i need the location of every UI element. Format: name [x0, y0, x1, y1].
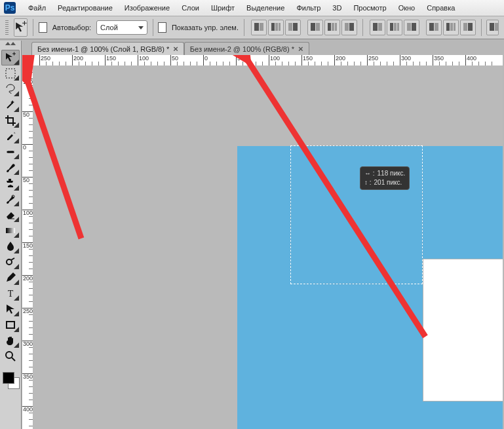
path-select-tool[interactable] [1, 301, 20, 317]
svg-point-8 [6, 352, 12, 358]
document-tab-2[interactable]: Без имени-2 @ 100% (RGB/8) * × [184, 42, 309, 56]
menu-layers[interactable]: Слои [176, 1, 205, 14]
menu-file[interactable]: Файл [22, 1, 52, 14]
distribute-h-icon[interactable] [443, 20, 459, 35]
align-group-2 [307, 20, 357, 35]
hand-tool[interactable] [1, 333, 20, 348]
autoselect-label: Автовыбор: [52, 24, 91, 31]
show-controls-checkbox[interactable] [158, 22, 166, 33]
svg-rect-1 [7, 151, 14, 153]
menu-type[interactable]: Шрифт [205, 1, 241, 14]
separator [153, 19, 153, 36]
align-right-icon[interactable] [341, 20, 357, 35]
ruler-vertical[interactable]: 15010050050100150200250300350400450500 [22, 65, 33, 429]
separator [362, 19, 363, 36]
distribute-bottom-icon[interactable] [404, 20, 419, 35]
foreground-color-swatch[interactable] [3, 372, 14, 384]
menu-select[interactable]: Выделение [241, 1, 290, 14]
distribute-group-2 [426, 20, 476, 35]
grip-icon[interactable] [5, 20, 9, 35]
document-tabs: Без имени-1 @ 100% (Слой 1, RGB/8) * × Б… [22, 41, 503, 56]
menu-image[interactable]: Изображение [119, 1, 176, 14]
move-tool[interactable] [1, 50, 20, 65]
menu-filter[interactable]: Фильтр [290, 1, 326, 14]
document-tab-1[interactable]: Без имени-1 @ 100% (Слой 1, RGB/8) * × [31, 42, 184, 56]
magic-wand-tool[interactable] [1, 97, 20, 113]
document-area: Без имени-1 @ 100% (Слой 1, RGB/8) * × Б… [22, 41, 503, 429]
layer-white-rect[interactable] [423, 259, 503, 401]
distribute-v-icon[interactable] [387, 20, 402, 35]
ruler-horizontal[interactable]: 25020015010050050100150200250300350400 [33, 55, 503, 66]
crop-tool[interactable] [1, 113, 20, 128]
dodge-tool[interactable] [1, 254, 20, 270]
close-icon[interactable]: × [298, 46, 303, 52]
type-tool[interactable]: T [1, 286, 20, 301]
align-vmiddle-icon[interactable] [268, 20, 284, 35]
align-group [251, 20, 301, 35]
current-tool-icon[interactable] [14, 18, 28, 37]
spot-heal-tool[interactable] [1, 144, 20, 160]
menu-window[interactable]: Окно [393, 1, 421, 14]
smart-guide-tooltip: ↔ :118 пикс. ↕ :201 пикс. [360, 166, 410, 190]
svg-text:T: T [8, 289, 14, 299]
align-hcenter-icon[interactable] [324, 20, 340, 35]
lasso-tool[interactable] [1, 81, 20, 97]
blur-tool[interactable] [1, 238, 20, 254]
menu-help[interactable]: Справка [421, 1, 461, 14]
toolbox-collapse-icon[interactable] [5, 42, 16, 48]
distribute-top-icon[interactable] [370, 20, 385, 35]
canvas-viewport[interactable]: ↔ :118 пикс. ↕ :201 пикс. [33, 65, 503, 429]
autoselect-dropdown[interactable]: Слой [96, 20, 147, 35]
menu-3d[interactable]: 3D [326, 1, 347, 14]
ruler-origin-icon[interactable] [22, 55, 33, 66]
tab-label: Без имени-2 @ 100% (RGB/8) * [190, 45, 294, 53]
color-swatches[interactable] [1, 371, 20, 389]
menu-edit[interactable]: Редактирование [52, 1, 119, 14]
autoselect-checkbox[interactable] [39, 22, 47, 33]
auto-align-icon[interactable] [486, 20, 499, 35]
app-logo-icon: Ps [4, 2, 16, 14]
menu-view[interactable]: Просмотр [347, 1, 392, 14]
tab-label: Без имени-1 @ 100% (Слой 1, RGB/8) * [37, 45, 169, 53]
align-bottom-icon[interactable] [285, 20, 301, 35]
pen-tool[interactable] [1, 270, 20, 286]
close-icon[interactable]: × [173, 46, 178, 52]
svg-point-5 [7, 259, 12, 265]
separator [244, 19, 244, 36]
align-top-icon[interactable] [251, 20, 267, 35]
separator [33, 19, 33, 36]
eyedropper-tool[interactable] [1, 128, 20, 144]
distribute-group [370, 20, 419, 35]
show-controls-label: Показать упр. элем. [172, 24, 239, 31]
clone-stamp-tool[interactable] [1, 176, 20, 191]
align-left-icon[interactable] [307, 20, 323, 35]
distribute-right-icon[interactable] [460, 20, 476, 35]
options-bar: Автовыбор: Слой Показать упр. элем. [0, 16, 504, 39]
brush-tool[interactable] [1, 160, 20, 176]
distribute-left-icon[interactable] [426, 20, 442, 35]
marquee-tool[interactable] [1, 65, 20, 81]
history-brush-tool[interactable] [1, 191, 20, 207]
canvas-stage[interactable]: 25020015010050050100150200250300350400 1… [22, 55, 503, 429]
gradient-tool[interactable] [1, 223, 20, 238]
zoom-tool[interactable] [1, 348, 20, 364]
eraser-tool[interactable] [1, 207, 20, 223]
shape-tool[interactable] [1, 317, 20, 333]
separator [481, 19, 482, 36]
menu-bar: Ps Файл Редактирование Изображение Слои … [0, 0, 504, 16]
toolbox: T [0, 41, 22, 429]
